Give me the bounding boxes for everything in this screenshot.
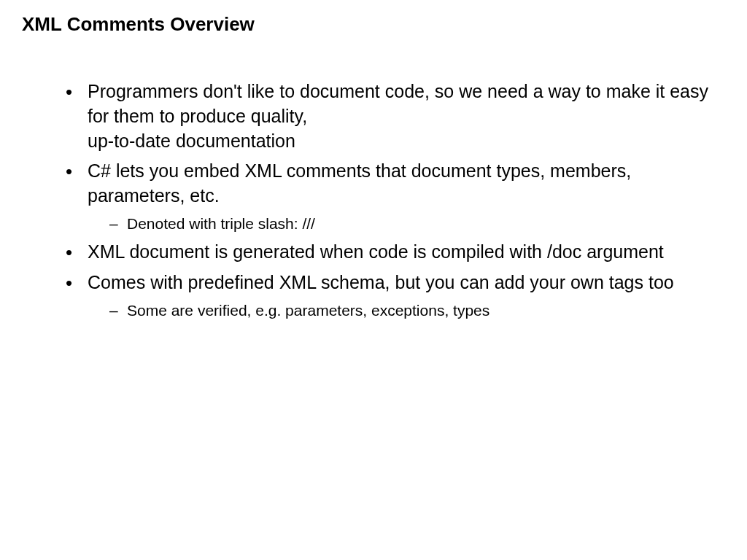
list-item: XML document is generated when code is c… [66, 240, 725, 265]
sub-list-item: Denoted with triple slash: /// [109, 213, 725, 234]
sub-list: Denoted with triple slash: /// [88, 213, 725, 234]
list-item: Programmers don't like to document code,… [66, 79, 725, 153]
bullet-text: Programmers don't like to document code,… [88, 81, 708, 126]
list-item: C# lets you embed XML comments that docu… [66, 159, 725, 234]
list-item: Comes with predefined XML schema, but yo… [66, 271, 725, 321]
bullet-list: Programmers don't like to document code,… [22, 79, 725, 321]
sub-bullet-text: Denoted with triple slash: /// [127, 215, 315, 232]
bullet-text: up-to-date documentation [88, 129, 725, 154]
bullet-text: C# lets you embed XML comments that docu… [88, 160, 631, 206]
sub-list: Some are verified, e.g. parameters, exce… [88, 300, 725, 321]
bullet-text: XML document is generated when code is c… [88, 241, 664, 262]
bullet-text: Comes with predefined XML schema, but yo… [88, 272, 674, 292]
slide-title: XML Comments Overview [22, 13, 725, 36]
sub-bullet-text: Some are verified, e.g. parameters, exce… [127, 302, 489, 319]
sub-list-item: Some are verified, e.g. parameters, exce… [109, 300, 725, 321]
